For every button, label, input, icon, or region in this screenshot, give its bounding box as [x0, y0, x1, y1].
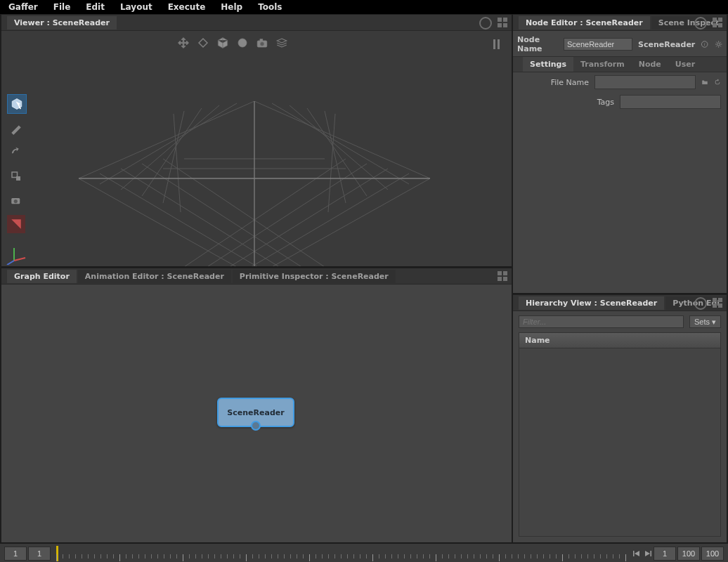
- sets-button[interactable]: Sets ▾: [689, 315, 721, 328]
- tab-node-editor[interactable]: Node Editor : SceneReader: [519, 16, 650, 30]
- tags-label: Tags: [519, 98, 614, 107]
- timeline-end-frame[interactable]: [677, 547, 700, 561]
- tool-scale[interactable]: [7, 167, 25, 185]
- graph-layout-icon[interactable]: [498, 271, 507, 281]
- viewer-pin-icon[interactable]: [479, 17, 492, 30]
- tab-primitive-inspector[interactable]: Primitive Inspector : SceneReader: [233, 270, 396, 283]
- tab-animation-editor[interactable]: Animation Editor : SceneReader: [78, 270, 231, 283]
- menubar-item-gaffer[interactable]: Gaffer: [3, 1, 48, 13]
- node-name-input[interactable]: [564, 38, 632, 51]
- subtab-node[interactable]: Node: [632, 57, 668, 72]
- reload-icon[interactable]: [714, 77, 721, 87]
- svg-point-0: [238, 39, 247, 47]
- timeline-end-cap[interactable]: [701, 547, 724, 561]
- graph-tabstrip: Graph Editor Animation Editor : SceneRea…: [1, 268, 512, 285]
- draw-mode-icon[interactable]: [197, 37, 209, 49]
- viewer-tool-column: [7, 94, 27, 233]
- menubar: Gaffer File Edit Layout Execute Help Too…: [0, 0, 728, 14]
- svg-rect-5: [16, 176, 20, 181]
- timeline-start-cap[interactable]: [4, 547, 27, 561]
- timeline: [0, 542, 728, 562]
- viewer-tabstrip: Viewer : SceneReader: [1, 14, 512, 31]
- left-column: Viewer : SceneReader: [0, 14, 513, 542]
- timeline-ticks: [56, 554, 627, 561]
- viewer-toolbar: [177, 37, 288, 49]
- sphere-icon[interactable]: [236, 37, 249, 49]
- subtab-user[interactable]: User: [668, 57, 702, 72]
- node-editor-pin-icon[interactable]: [694, 17, 707, 30]
- timeline-track[interactable]: [56, 546, 627, 561]
- tool-rotate[interactable]: [7, 143, 25, 162]
- subtab-transform[interactable]: Transform: [573, 57, 632, 72]
- expand-all-icon[interactable]: [177, 37, 190, 49]
- menubar-item-execute[interactable]: Execute: [162, 1, 216, 13]
- play-controls: [632, 549, 652, 558]
- svg-point-2: [260, 42, 264, 46]
- svg-line-9: [14, 258, 25, 261]
- camera-icon[interactable]: [256, 37, 268, 49]
- hierarchy-pin-icon[interactable]: [694, 297, 707, 310]
- svg-point-13: [717, 43, 720, 46]
- node-editor-subtabs: Settings Transform Node User: [513, 56, 727, 72]
- svg-point-7: [14, 200, 18, 203]
- tags-row: Tags: [513, 92, 727, 112]
- tool-select[interactable]: [7, 94, 27, 114]
- timeline-current-frame[interactable]: [654, 547, 676, 561]
- gear-icon[interactable]: [715, 39, 722, 49]
- node-editor-panel: Node Editor : SceneReader Scene Inspect …: [513, 14, 727, 294]
- info-icon[interactable]: i: [701, 39, 708, 49]
- tab-graph-editor[interactable]: Graph Editor: [7, 270, 77, 283]
- play-backward-button[interactable]: [632, 549, 641, 558]
- tags-input[interactable]: [620, 95, 721, 109]
- node-editor-layout-icon[interactable]: [713, 18, 722, 27]
- svg-line-10: [7, 261, 14, 265]
- tab-viewer[interactable]: Viewer : SceneReader: [7, 16, 117, 30]
- svg-line-19: [720, 46, 720, 46]
- node-header: Node Name SceneReader i: [513, 31, 727, 56]
- tool-translate[interactable]: [7, 119, 25, 138]
- hierarchy-panel: Hierarchy View : SceneReader Python Edi …: [513, 294, 727, 542]
- hierarchy-tabstrip: Hierarchy View : SceneReader Python Edi: [513, 294, 727, 311]
- play-forward-button[interactable]: [644, 549, 652, 558]
- hierarchy-filter-input[interactable]: [519, 315, 684, 328]
- tab-hierarchy-view[interactable]: Hierarchy View : SceneReader: [519, 296, 664, 310]
- hierarchy-filter-bar: Sets ▾: [513, 311, 727, 332]
- menubar-item-layout[interactable]: Layout: [115, 1, 162, 13]
- file-name-input[interactable]: [594, 75, 696, 89]
- subtab-settings[interactable]: Settings: [523, 57, 573, 72]
- file-name-row: File Name: [513, 72, 727, 92]
- right-column: Node Editor : SceneReader Scene Inspect …: [513, 14, 728, 542]
- tool-camera[interactable]: [7, 191, 25, 209]
- hierarchy-list[interactable]: [519, 348, 721, 537]
- node-scenereader[interactable]: SceneReader: [217, 398, 294, 427]
- svg-rect-3: [260, 39, 263, 41]
- menubar-item-help[interactable]: Help: [215, 1, 252, 13]
- hierarchy-layout-icon[interactable]: [713, 298, 722, 308]
- folder-icon[interactable]: [701, 77, 708, 87]
- node-editor-tabstrip: Node Editor : SceneReader Scene Inspect: [513, 14, 727, 31]
- viewer-layout-icon[interactable]: [498, 18, 507, 27]
- svg-rect-23: [651, 551, 652, 556]
- axis-gnomon-icon: [6, 244, 27, 265]
- node-type-name: SceneReader: [638, 40, 695, 49]
- node-name-label: Node Name: [517, 35, 558, 53]
- tool-crop[interactable]: [7, 215, 25, 233]
- file-name-label: File Name: [519, 78, 589, 87]
- cube-icon[interactable]: [216, 37, 229, 49]
- pause-button[interactable]: [493, 39, 502, 49]
- menubar-item-edit[interactable]: Edit: [80, 1, 115, 13]
- layers-icon[interactable]: [275, 37, 288, 49]
- svg-line-20: [716, 46, 717, 46]
- hierarchy-column-name[interactable]: Name: [519, 332, 721, 348]
- menubar-item-file[interactable]: File: [48, 1, 81, 13]
- viewer[interactable]: [1, 31, 512, 268]
- timeline-start-frame[interactable]: [28, 547, 51, 561]
- menubar-item-tools[interactable]: Tools: [252, 1, 292, 13]
- svg-line-18: [716, 42, 717, 43]
- svg-rect-22: [633, 551, 635, 556]
- svg-text:i: i: [704, 42, 706, 46]
- svg-line-21: [720, 42, 720, 43]
- graph-editor[interactable]: SceneReader: [1, 285, 512, 542]
- ground-grid: [79, 101, 430, 268]
